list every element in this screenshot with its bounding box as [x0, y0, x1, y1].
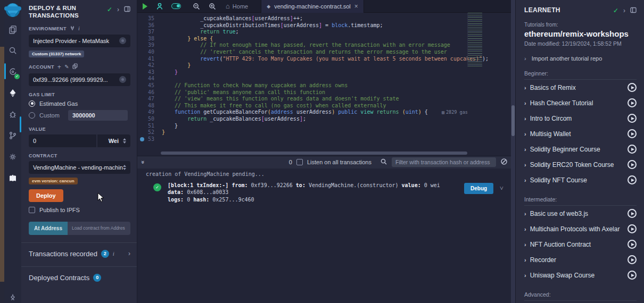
- zoom-out-icon[interactable]: [192, 2, 201, 11]
- line-number[interactable]: 42: [137, 62, 162, 69]
- code-line[interactable]: 44: [137, 75, 511, 82]
- code-line[interactable]: 37 return true;: [137, 29, 511, 36]
- play-tutorial-icon[interactable]: [628, 83, 637, 92]
- code-line[interactable]: 43 }: [137, 69, 511, 76]
- code-line[interactable]: 35 _cupcakeBalances[userAddress]++;: [137, 15, 511, 22]
- file-explorer-icon[interactable]: [4, 20, 21, 38]
- line-number[interactable]: 51: [137, 123, 162, 130]
- value-input[interactable]: 0: [29, 134, 96, 147]
- transactions-info-icon[interactable]: i: [113, 250, 114, 257]
- line-number[interactable]: 48: [137, 103, 162, 110]
- tutorial-item[interactable]: ›NFT Auction Contract: [524, 237, 637, 252]
- play-tutorial-icon[interactable]: [628, 240, 637, 249]
- editor-minimap[interactable]: [467, 13, 482, 67]
- home-tab[interactable]: ⌂ Home: [226, 2, 248, 10]
- line-number[interactable]: 41: [137, 56, 162, 63]
- tutorial-item[interactable]: ›Basic use of web3.js: [524, 206, 637, 221]
- chevron-right-icon[interactable]: ›: [524, 272, 526, 279]
- terminal-filter-input[interactable]: [392, 157, 496, 167]
- line-number[interactable]: 40: [137, 49, 162, 56]
- estimated-gas-radio[interactable]: [29, 100, 35, 107]
- ai-toggle-icon[interactable]: [171, 3, 181, 9]
- transaction-log-row[interactable]: ✓ [block:1 txIndex:-] from: 0xf39...9226…: [137, 182, 511, 204]
- code-line[interactable]: 53: [137, 136, 511, 143]
- code-line[interactable]: 40 // 'revert' cancels the transaction a…: [137, 49, 511, 56]
- chevron-right-icon[interactable]: ›: [524, 146, 526, 153]
- environment-info-icon[interactable]: i: [78, 26, 80, 31]
- deploy-and-run-icon[interactable]: [4, 84, 21, 102]
- code-line[interactable]: 42 }: [137, 62, 511, 69]
- tutorial-item[interactable]: ›Solidity Beginner Course: [524, 141, 637, 157]
- line-number[interactable]: 43: [137, 69, 162, 76]
- code-line[interactable]: 46 // 'public' means anyone can call thi…: [137, 89, 511, 96]
- settings-icon[interactable]: [4, 148, 21, 166]
- chevron-right-icon[interactable]: ›: [524, 177, 526, 183]
- line-number[interactable]: 49: [137, 109, 162, 116]
- source-control-icon[interactable]: [4, 127, 21, 145]
- chevron-right-icon[interactable]: ›: [524, 85, 526, 91]
- tutorial-item[interactable]: ›Solidity ERC20 Token Course: [524, 157, 637, 172]
- add-account-icon[interactable]: +: [57, 63, 61, 71]
- pin-panel-icon[interactable]: [124, 6, 130, 13]
- chevron-right-icon[interactable]: ›: [524, 115, 526, 122]
- chevron-right-icon[interactable]: ›: [524, 100, 526, 106]
- at-address-input[interactable]: Load contract from Addres: [68, 222, 130, 235]
- clear-terminal-icon[interactable]: [500, 158, 508, 166]
- play-tutorial-icon[interactable]: [628, 145, 637, 154]
- solidity-compiler-icon[interactable]: ✓: [4, 63, 21, 81]
- code-line[interactable]: 41 revert("HTTP 429: Too Many Cupcakes (…: [137, 56, 511, 63]
- contract-select[interactable]: VendingMachine - vending-machin: [29, 161, 130, 174]
- ai-assistant-icon[interactable]: [155, 2, 164, 11]
- plug-icon[interactable]: [70, 26, 75, 32]
- play-tutorial-icon[interactable]: [628, 255, 637, 264]
- import-tutorial-repo[interactable]: › Import another tutorial repo: [524, 55, 637, 62]
- copy-account-icon[interactable]: [72, 63, 78, 70]
- play-tutorial-icon[interactable]: [628, 98, 637, 107]
- learneth-pin-icon[interactable]: [630, 7, 637, 14]
- play-tutorial-icon[interactable]: [628, 114, 637, 123]
- publish-ipfs-option[interactable]: Publish to IPFS: [29, 207, 130, 213]
- line-number[interactable]: 44: [137, 75, 162, 82]
- debugger-icon[interactable]: [4, 105, 21, 123]
- at-address-button[interactable]: At Address: [29, 222, 68, 235]
- line-number[interactable]: 50: [137, 116, 162, 123]
- account-select[interactable]: 0xf39...92266 (9999.99929...: [29, 73, 130, 86]
- tutorial-item[interactable]: ›Basics of Remix: [524, 80, 637, 95]
- account-status-icon[interactable]: [119, 76, 126, 83]
- play-tutorial-icon[interactable]: [628, 160, 637, 169]
- line-number[interactable]: 37: [137, 29, 162, 36]
- learneth-collapse-icon[interactable]: ›: [623, 7, 625, 14]
- chevron-right-icon[interactable]: ›: [524, 257, 526, 263]
- panel-scrollbar-thumb[interactable]: [511, 105, 515, 136]
- tab-vending-machine-contract[interactable]: ◆ vending-machine-contract.sol ×: [261, 0, 364, 13]
- learneth-plugin-icon[interactable]: [4, 169, 21, 187]
- line-number[interactable]: 35: [137, 15, 162, 22]
- code-line[interactable]: 36 _cupcakeDistributionTimes[userAddress…: [137, 22, 511, 29]
- line-number[interactable]: 45: [137, 82, 162, 89]
- custom-gas-radio[interactable]: [29, 112, 35, 119]
- line-number[interactable]: 47: [137, 96, 162, 103]
- tutorial-item[interactable]: ›Multisig Wallet: [524, 126, 637, 141]
- search-icon[interactable]: [4, 41, 21, 60]
- environment-status-icon[interactable]: [119, 37, 126, 44]
- chevron-right-icon[interactable]: ›: [524, 211, 526, 217]
- expand-tx-icon[interactable]: ˅: [500, 184, 503, 192]
- code-line[interactable]: 38 } else {: [137, 36, 511, 43]
- code-line[interactable]: 39 // If not enough time has passed, rev…: [137, 42, 511, 49]
- zoom-in-icon[interactable]: [208, 2, 217, 11]
- unit-stepper-icon[interactable]: [123, 138, 126, 144]
- tutorial-item[interactable]: ›Multichain Protocols with Axelar: [524, 221, 637, 237]
- run-script-icon[interactable]: [143, 3, 147, 10]
- code-line[interactable]: 50 return _cupcakeBalances[userAddress];: [137, 116, 511, 123]
- panel-scrollbar[interactable]: [511, 0, 515, 303]
- tutorial-item[interactable]: ›All about Proxy Contracts: [524, 301, 637, 303]
- line-number[interactable]: 38: [137, 36, 162, 43]
- tutorial-item[interactable]: ›Uniswap Swap Course: [524, 267, 637, 283]
- debug-button[interactable]: Debug: [464, 183, 493, 194]
- scrollbar-thumb[interactable]: [161, 152, 467, 155]
- play-tutorial-icon[interactable]: [628, 209, 637, 218]
- chevron-right-icon[interactable]: ›: [524, 131, 526, 137]
- tutorial-item[interactable]: ›Hash Checker Tutorial: [524, 95, 637, 111]
- line-number[interactable]: 39: [137, 42, 162, 49]
- editor-horizontal-scrollbar[interactable]: [137, 150, 511, 156]
